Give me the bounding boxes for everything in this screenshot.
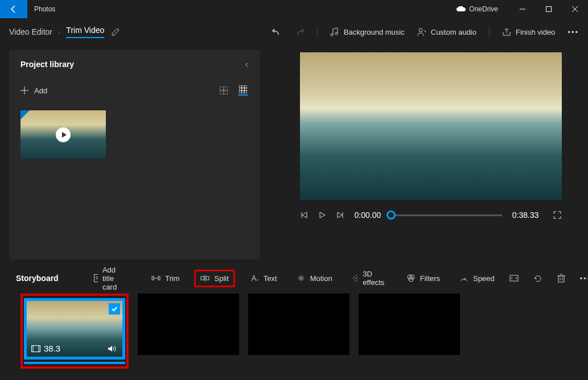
breadcrumb-root[interactable]: Video Editor (9, 27, 52, 36)
svg-point-26 (356, 278, 357, 279)
storyboard-clip[interactable]: 38.3 (24, 298, 125, 360)
title-card-icon (94, 274, 98, 282)
play-button[interactable] (318, 211, 326, 219)
undo-button[interactable] (272, 27, 282, 37)
library-title: Project library (20, 60, 74, 69)
current-time: 0:00.00 (355, 210, 381, 220)
svg-rect-20 (158, 276, 160, 280)
delete-button[interactable] (557, 274, 565, 283)
prev-frame-button[interactable] (300, 211, 308, 219)
text-icon (250, 274, 259, 282)
list-view-button[interactable] (219, 85, 229, 96)
speed-icon (459, 274, 468, 282)
selected-clip-highlight: 38.3 (20, 294, 129, 369)
divider (317, 26, 318, 38)
svg-rect-15 (94, 275, 98, 282)
total-time: 0:38.33 (512, 210, 539, 220)
video-preview[interactable] (300, 52, 562, 200)
filters-button[interactable]: Filters (402, 271, 445, 286)
svg-rect-32 (558, 276, 564, 282)
app-title: Photos (27, 5, 55, 13)
export-icon (502, 27, 511, 36)
seek-slider[interactable] (391, 214, 502, 216)
trim-button[interactable]: Trim (147, 271, 184, 286)
breadcrumb: Video Editor › Trim Video (9, 26, 104, 38)
svg-rect-1 (546, 7, 552, 12)
title-bar: Photos OneDrive (0, 0, 588, 18)
onedrive-label: OneDrive (469, 5, 498, 13)
add-media-button[interactable]: Add (20, 86, 47, 95)
svg-rect-23 (206, 276, 209, 280)
fullscreen-button[interactable] (553, 210, 562, 220)
breadcrumb-current[interactable]: Trim Video (66, 26, 104, 38)
storyboard-title: Storyboard (16, 274, 59, 283)
effects-icon (352, 274, 359, 282)
check-icon (109, 303, 120, 315)
finish-video-button[interactable]: Finish video (502, 27, 555, 36)
clip-duration: 38.3 (31, 344, 60, 353)
next-frame-button[interactable] (336, 211, 344, 219)
storyboard-clip[interactable] (248, 294, 349, 355)
storyboard-clip[interactable] (138, 294, 239, 355)
trim-icon (151, 274, 161, 282)
preview-panel: 0:00.00 0:38.33 (282, 50, 579, 259)
maximize-button[interactable] (536, 0, 562, 18)
library-media-item[interactable] (20, 110, 106, 159)
filters-icon (406, 274, 416, 282)
storyboard-clips: 38.3 (0, 291, 588, 380)
selection-bar (24, 362, 125, 364)
more-button[interactable]: ••• (568, 28, 579, 36)
cloud-icon (457, 6, 466, 12)
rotate-button[interactable] (533, 274, 542, 282)
split-button[interactable]: Split (194, 270, 235, 287)
volume-icon[interactable] (108, 345, 118, 353)
collapse-library-button[interactable]: ‹ (245, 59, 248, 69)
play-overlay-icon (56, 127, 71, 142)
speed-button[interactable]: Speed (455, 271, 499, 286)
edit-name-button[interactable] (111, 27, 120, 36)
grid-view-button[interactable] (238, 85, 248, 96)
redo-button[interactable] (294, 27, 305, 37)
film-icon (31, 345, 40, 352)
storyboard-toolbar: Storyboard Add title card Trim Split Tex… (0, 265, 588, 291)
svg-point-25 (300, 277, 302, 279)
background-music-button[interactable]: Background music (330, 27, 405, 36)
close-button[interactable] (562, 0, 588, 18)
split-icon (200, 274, 209, 282)
svg-rect-22 (201, 276, 204, 280)
svg-point-4 (419, 28, 422, 32)
chevron-right-icon: › (58, 28, 60, 36)
resize-button[interactable] (509, 274, 519, 282)
project-library-panel: Project library ‹ Add (9, 50, 260, 259)
storyboard-more-button[interactable]: ••• (580, 274, 588, 283)
back-button[interactable] (0, 0, 27, 18)
person-audio-icon (417, 27, 426, 36)
custom-audio-button[interactable]: Custom audio (417, 27, 476, 36)
add-title-card-button[interactable]: Add title card (89, 263, 126, 294)
storyboard-clip[interactable] (359, 294, 460, 355)
seek-knob[interactable] (386, 210, 396, 220)
music-icon (330, 27, 339, 36)
minimize-button[interactable] (509, 0, 536, 18)
playback-controls: 0:00.00 0:38.33 (300, 210, 562, 220)
svg-rect-10 (239, 85, 247, 93)
plus-icon (20, 86, 28, 94)
motion-icon (297, 274, 306, 282)
divider (489, 26, 490, 38)
motion-button[interactable]: Motion (292, 271, 337, 286)
text-button[interactable]: Text (245, 271, 282, 286)
svg-rect-31 (510, 275, 518, 281)
svg-rect-19 (152, 276, 154, 280)
3d-effects-button[interactable]: 3D effects (347, 267, 392, 290)
main-toolbar: Video Editor › Trim Video Background mus… (0, 18, 588, 46)
onedrive-status[interactable]: OneDrive (457, 5, 509, 13)
